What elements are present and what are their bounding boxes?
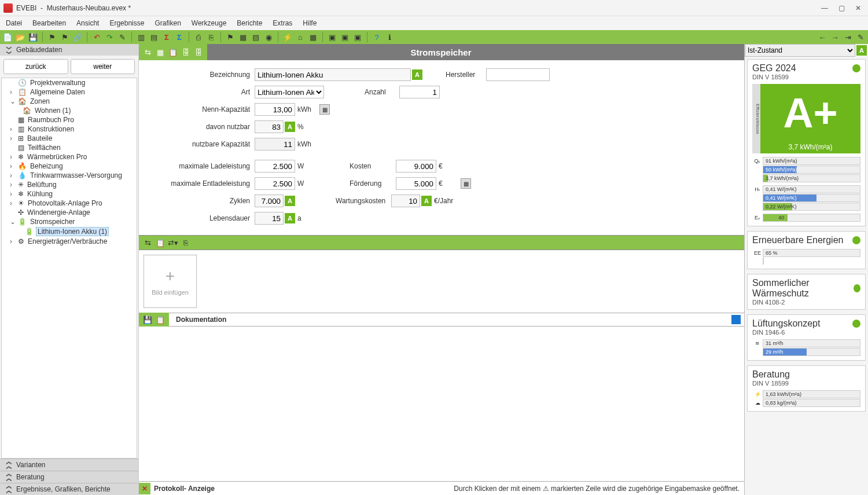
table2-icon[interactable]: ▣ — [340, 32, 350, 42]
minimize-button[interactable]: — — [821, 4, 828, 12]
tree-konstruktionen[interactable]: ›▥Konstruktionen — [10, 124, 137, 134]
grid-icon[interactable]: ▦ — [308, 32, 318, 42]
calculator-icon[interactable]: ▦ — [319, 104, 330, 115]
new-file-icon[interactable]: 📄 — [2, 32, 13, 42]
bezeichnung-input[interactable] — [255, 68, 411, 81]
close-button[interactable]: ✕ — [855, 4, 861, 12]
section-gebaeudedaten[interactable]: Gebäudedaten — [0, 44, 138, 56]
open-icon[interactable]: 📂 — [15, 32, 25, 42]
info-icon[interactable]: ℹ — [384, 32, 395, 42]
maxlade-input[interactable] — [255, 160, 295, 173]
back-button[interactable]: zurück — [3, 59, 68, 74]
maximize-button[interactable]: ▢ — [838, 4, 845, 12]
tree-waermebruecken[interactable]: ›❄Wärmebrücken Pro — [10, 152, 137, 162]
doc-edit-icon[interactable] — [731, 315, 741, 324]
tool2-icon[interactable]: ⎘ — [206, 32, 216, 42]
forward-button[interactable]: weiter — [71, 59, 135, 74]
bolt-icon[interactable]: ⚡ — [282, 32, 293, 42]
section-beratung[interactable]: Beratung — [0, 471, 138, 483]
tree-view[interactable]: 🕓Projektverwaltung ›📋Allgemeine Daten ⌄🏠… — [1, 78, 137, 459]
state-select[interactable]: Ist-Zustand — [745, 44, 855, 57]
nennkap-input[interactable] — [255, 103, 295, 116]
menu-ansicht[interactable]: Ansicht — [76, 19, 99, 27]
maxentlade-input[interactable] — [255, 177, 295, 190]
section-ergebnisse[interactable]: Ergebnisse, Grafiken, Berichte — [0, 483, 138, 495]
nav-back-icon[interactable]: ← — [817, 32, 827, 42]
menu-ergebnisse[interactable]: Ergebnisse — [109, 19, 144, 27]
tree-stromspeicher-item[interactable]: 🔋Lithium-Ionen Akku (1) — [25, 226, 137, 237]
tree-bauteile[interactable]: ›⊞Bauteile — [10, 134, 137, 143]
imgtool-copy-icon[interactable]: ⎘ — [181, 237, 191, 248]
save-icon[interactable]: 💾 — [28, 32, 38, 42]
undo-icon[interactable]: ↶ — [91, 32, 102, 42]
nav-fwd-icon[interactable]: → — [830, 32, 840, 42]
home-icon[interactable]: ⌂ — [295, 32, 306, 42]
label-nutzkap: nutzbare Kapazität — [139, 140, 255, 148]
art-select[interactable]: Lithium-Ionen Akku — [255, 86, 324, 98]
menu-bearbeiten[interactable]: Bearbeiten — [32, 19, 66, 27]
tree-trinkwarmwasser[interactable]: ›💧Trinkwarmwasser-Versorgung — [10, 171, 137, 180]
kosten-input[interactable] — [396, 160, 436, 173]
tool-b-icon[interactable]: ▦ — [155, 47, 165, 57]
tool-c-icon[interactable]: 📋 — [168, 47, 178, 57]
foerderung-input[interactable] — [396, 177, 436, 190]
flag-yellow-icon[interactable]: ⚑ — [47, 32, 57, 42]
tree-belueftung[interactable]: ›✳Belüftung — [10, 180, 137, 189]
tree-projektverwaltung[interactable]: 🕓Projektverwaltung — [10, 78, 137, 87]
edit-icon[interactable]: ✎ — [855, 32, 866, 42]
zyklen-input[interactable] — [255, 195, 284, 207]
imgtool-a-icon[interactable]: ⇆ — [142, 237, 153, 248]
tree-raumbuch[interactable]: ▦Raumbuch Pro — [10, 115, 137, 124]
globe-icon[interactable]: ◉ — [263, 32, 274, 42]
square-icon[interactable]: ▦ — [238, 32, 248, 42]
hersteller-input[interactable] — [486, 68, 550, 81]
nutzbar-input[interactable] — [255, 120, 284, 133]
tree-beheizung[interactable]: ›🔥Beheizung — [10, 162, 137, 171]
tree-allgemeine-daten[interactable]: ›📋Allgemeine Daten — [10, 87, 137, 97]
doc-body[interactable] — [139, 327, 744, 481]
tree-energietraeger[interactable]: ›⚙Energieträger/Verbräuche — [10, 237, 137, 246]
wartung-input[interactable] — [391, 195, 420, 207]
menu-hilfe[interactable]: Hilfe — [303, 19, 317, 27]
menu-extras[interactable]: Extras — [273, 19, 292, 27]
tree-wohnen[interactable]: 🏠Wohnen (1) — [23, 106, 137, 115]
tool1-icon[interactable]: ⎙ — [193, 32, 204, 42]
tool-db1-icon[interactable]: 🗄 — [181, 47, 191, 57]
lebens-input[interactable] — [255, 212, 284, 225]
flag2-icon[interactable]: ⚑ — [225, 32, 236, 42]
list-icon[interactable]: ▤ — [149, 32, 159, 42]
sigma1-icon[interactable]: Σ — [161, 32, 172, 42]
section-varianten[interactable]: Varianten — [0, 459, 138, 471]
tree-kuehlung[interactable]: ›❄Kühlung — [10, 189, 137, 199]
menu-werkzeuge[interactable]: Werkzeuge — [192, 19, 226, 27]
table1-icon[interactable]: ▣ — [327, 32, 337, 42]
sheet-icon[interactable]: ▧ — [251, 32, 261, 42]
tree-zonen[interactable]: ⌄🏠Zonen — [10, 97, 137, 106]
flag-orange-icon[interactable]: ⚑ — [60, 32, 70, 42]
tool-db2-icon[interactable]: 🗄 — [193, 47, 204, 57]
image-drop[interactable]: + Bild einfügen — [144, 255, 197, 308]
menu-berichte[interactable]: Berichte — [237, 19, 262, 27]
imgtool-paste-icon[interactable]: 📋 — [155, 237, 165, 248]
table3-icon[interactable]: ▣ — [352, 32, 363, 42]
menu-grafiken[interactable]: Grafiken — [155, 19, 181, 27]
redo-icon[interactable]: ↷ — [104, 32, 115, 42]
doc-icon[interactable]: ▥ — [136, 32, 146, 42]
sigma2-icon[interactable]: Σ — [174, 32, 185, 42]
menu-datei[interactable]: Datei — [6, 19, 22, 27]
doc-copy-icon[interactable]: 📋 — [155, 314, 165, 325]
doc-save-icon[interactable]: 💾 — [142, 314, 153, 325]
calculator-icon[interactable]: ▦ — [461, 178, 471, 189]
tree-windenergie[interactable]: ✣Windenergie-Anlage — [10, 208, 137, 217]
imgtool-b-icon[interactable]: ⇄▾ — [168, 237, 178, 248]
link-icon[interactable]: 🔗 — [72, 32, 83, 42]
wand-icon[interactable]: ✎ — [117, 32, 127, 42]
anzahl-input[interactable] — [399, 86, 440, 98]
nav-end-icon[interactable]: ⇥ — [843, 32, 853, 42]
tool-a-icon[interactable]: ⇆ — [142, 47, 153, 57]
tree-teilflaechen[interactable]: ▤Teilflächen — [10, 143, 137, 152]
tree-stromspeicher[interactable]: ⌄🔋Stromspeicher — [10, 217, 137, 226]
protokoll-close-icon[interactable]: ✕ — [139, 483, 150, 494]
tree-photovoltaik[interactable]: ›☀Photovoltaik-Anlage Pro — [10, 199, 137, 208]
help-icon[interactable]: ? — [372, 32, 382, 42]
